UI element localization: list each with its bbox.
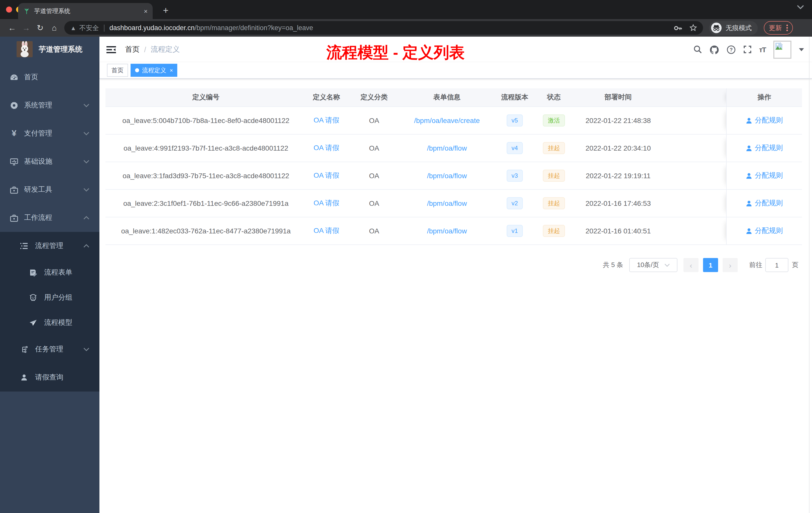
sidebar-item-system[interactable]: 系统管理 — [0, 91, 99, 119]
cell-form-link[interactable]: /bpm/oa/leave/create — [402, 117, 492, 124]
incognito-badge: 无痕模式 — [709, 21, 758, 35]
avatar-caret-icon[interactable] — [799, 48, 804, 51]
update-label[interactable]: 更新 — [769, 23, 782, 32]
cell-category: OA — [347, 172, 402, 180]
avatar[interactable] — [773, 40, 791, 58]
cell-category: OA — [347, 144, 402, 152]
cell-form-link[interactable]: /bpm/oa/flow — [402, 227, 492, 235]
breadcrumb-separator: / — [144, 46, 146, 54]
assign-rule-button[interactable]: 分配规则 — [746, 199, 783, 208]
sidebar-item-label: 任务管理 — [35, 345, 63, 354]
help-icon[interactable]: ? — [726, 45, 735, 54]
main-area: 流程模型 - 定义列表 首页 / 流程定义 — [99, 37, 812, 513]
sidebar-item-process-model[interactable]: 流程模型 — [0, 310, 99, 335]
version-badge[interactable]: v1 — [506, 225, 523, 237]
github-icon[interactable] — [709, 45, 719, 54]
security-warning-icon[interactable]: ▲ — [70, 24, 76, 31]
password-key-icon[interactable] — [674, 25, 683, 31]
table-row: oa_leave:5:004b710b-7b8a-11ec-8ef0-acde4… — [106, 107, 802, 134]
cell-definition-name-link[interactable]: OA 请假 — [306, 171, 347, 180]
browser-tab-strip: 芋道管理系统 × + — [0, 0, 812, 19]
new-tab-button[interactable]: + — [159, 3, 173, 18]
app-logo: 芋道管理系统 — [0, 37, 99, 62]
sidebar-item-label: 基础设施 — [24, 157, 52, 166]
cell-definition-name-link[interactable]: OA 请假 — [306, 227, 347, 235]
incognito-label: 无痕模式 — [726, 23, 752, 32]
sidebar-item-user-group[interactable]: 用户分组 — [0, 285, 99, 310]
browser-tab[interactable]: 芋道管理系统 × — [18, 3, 153, 19]
sidebar-item-payment[interactable]: ¥ 支付管理 — [0, 119, 99, 148]
sidebar-item-workflow[interactable]: 工作流程 — [0, 204, 99, 232]
page-size-select[interactable]: 10条/页 — [629, 258, 677, 272]
assign-rule-button[interactable]: 分配规则 — [746, 171, 783, 180]
sidebar-item-infrastructure[interactable]: 基础设施 — [0, 148, 99, 176]
sidebar-item-task-manage[interactable]: 任务管理 — [0, 335, 99, 363]
chevron-down-icon — [83, 131, 89, 135]
goto-page-input[interactable] — [765, 258, 788, 272]
breadcrumb-home[interactable]: 首页 — [125, 45, 140, 54]
current-page-button[interactable]: 1 — [703, 258, 718, 272]
next-page-button[interactable]: › — [723, 258, 738, 272]
font-size-icon[interactable]: тT — [759, 46, 766, 54]
browser-update-button[interactable]: 更新 — [764, 21, 793, 35]
svg-text:?: ? — [729, 47, 732, 52]
sidebar-item-process-form[interactable]: 流程表单 — [0, 260, 99, 285]
version-badge[interactable]: v2 — [506, 197, 523, 209]
reload-icon[interactable]: ↻ — [33, 21, 47, 35]
close-window-button[interactable] — [6, 6, 12, 12]
page-unit-label: 页 — [792, 261, 799, 270]
table-row: oa_leave:3:1fad3d93-7b75-11ec-a3c8-acde4… — [106, 162, 802, 190]
tag-close-icon[interactable]: × — [170, 67, 173, 73]
url-path[interactable]: /bpm/manager/definition?key=oa_leave — [195, 24, 313, 32]
sidebar-item-label: 研发工具 — [24, 185, 52, 194]
bookmark-star-icon[interactable] — [690, 24, 697, 32]
sidebar-item-label: 支付管理 — [24, 129, 52, 138]
cell-form-link[interactable]: /bpm/oa/flow — [402, 172, 492, 180]
active-dot — [135, 68, 139, 72]
sidebar-item-leave-query[interactable]: 请假查询 — [0, 363, 99, 392]
assign-rule-button[interactable]: 分配规则 — [746, 227, 783, 235]
user-icon — [20, 374, 28, 381]
sidebar-collapse-icon[interactable] — [107, 46, 116, 54]
tag-home[interactable]: 首页 — [107, 64, 128, 77]
browser-toolbar: ← → ↻ ⌂ ▲ 不安全 dashboard.yudao.iocoder.cn… — [0, 19, 812, 37]
sidebar-item-home[interactable]: 首页 — [0, 63, 99, 91]
cell-definition-id: oa_leave:3:1fad3d93-7b75-11ec-a3c8-acde4… — [106, 172, 306, 180]
action-label: 分配规则 — [755, 171, 783, 180]
home-icon[interactable]: ⌂ — [47, 21, 61, 35]
cell-definition-name-link[interactable]: OA 请假 — [306, 144, 347, 153]
page-content: 定义编号 定义名称 定义分类 表单信息 流程版本 状态 部署时间 操作 oa_l… — [99, 79, 812, 513]
sidebar-item-dev-tools[interactable]: 研发工具 — [0, 176, 99, 204]
fullscreen-icon[interactable] — [743, 45, 752, 54]
security-label[interactable]: 不安全 — [79, 23, 99, 32]
table-row: oa_leave:4:991f2193-7b7f-11ec-a3c8-acde4… — [106, 134, 802, 162]
version-badge[interactable]: v3 — [506, 170, 523, 182]
search-icon[interactable] — [693, 45, 702, 54]
tab-close-icon[interactable]: × — [144, 7, 148, 15]
page-size-value: 10条/页 — [637, 261, 659, 270]
sidebar-item-process-manage[interactable]: 流程管理 — [0, 232, 99, 260]
sidebar-item-label: 请假查询 — [35, 373, 63, 382]
assign-rule-button[interactable]: 分配规则 — [746, 144, 783, 153]
tab-search-chevron-icon[interactable] — [797, 5, 804, 9]
address-bar[interactable]: ▲ 不安全 dashboard.yudao.iocoder.cn /bpm/ma… — [64, 21, 703, 35]
briefcase-icon — [10, 214, 18, 221]
action-label: 分配规则 — [755, 144, 783, 153]
browser-menu-icon[interactable] — [786, 25, 788, 31]
cell-definition-name-link[interactable]: OA 请假 — [306, 116, 347, 125]
forward-icon[interactable]: → — [19, 21, 33, 35]
cell-form-link[interactable]: /bpm/oa/flow — [402, 144, 492, 152]
tag-process-definition[interactable]: 流程定义 × — [130, 64, 177, 77]
assign-rule-button[interactable]: 分配规则 — [746, 116, 783, 125]
version-badge[interactable]: v4 — [506, 142, 523, 154]
version-badge[interactable]: v5 — [506, 115, 523, 126]
prev-page-button[interactable]: ‹ — [684, 258, 698, 272]
cell-form-link[interactable]: /bpm/oa/flow — [402, 199, 492, 207]
screen: 芋道管理系统 × + ← → ↻ ⌂ ▲ 不安全 dashboard.yudao… — [0, 0, 812, 513]
back-icon[interactable]: ← — [5, 21, 19, 35]
chevron-up-icon — [83, 244, 89, 248]
annotation-title: 流程模型 - 定义列表 — [326, 42, 465, 63]
url-domain[interactable]: dashboard.yudao.iocoder.cn — [110, 24, 195, 32]
gear-icon — [10, 101, 18, 110]
cell-definition-name-link[interactable]: OA 请假 — [306, 199, 347, 208]
